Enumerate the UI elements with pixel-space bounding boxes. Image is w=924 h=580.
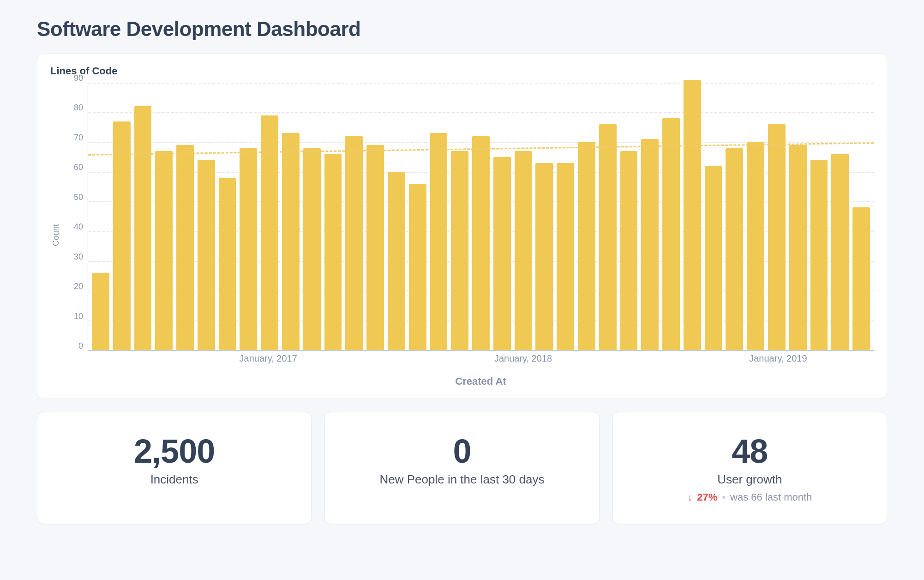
- chart-bar[interactable]: [641, 139, 659, 350]
- metric-value: 2,500: [47, 435, 302, 468]
- metric-caption: Incidents: [47, 472, 302, 487]
- chart-bar[interactable]: [599, 124, 617, 350]
- chart-bar[interactable]: [515, 151, 532, 350]
- chart-xtick: January, 2018: [494, 353, 552, 364]
- chart-xlabel: Created At: [88, 375, 874, 387]
- chart-bar[interactable]: [324, 154, 342, 350]
- chart-title: Lines of Code: [50, 65, 874, 77]
- metric-tile: 48User growth↓27%•was 66 last month: [612, 412, 887, 524]
- tiles-row: 2,500Incidents0New People in the last 30…: [37, 412, 887, 524]
- chart-bar[interactable]: [472, 136, 490, 350]
- dot-separator-icon: •: [722, 491, 726, 503]
- chart-bar[interactable]: [578, 142, 595, 350]
- metric-delta-previous-value: was 66: [730, 491, 762, 503]
- chart-yaxis: 9080706050403020100: [62, 83, 88, 350]
- chart-bars: [88, 83, 874, 350]
- metric-caption: New People in the last 30 days: [334, 472, 589, 487]
- chart-bar[interactable]: [831, 154, 849, 350]
- chart-bar[interactable]: [176, 145, 194, 350]
- chart-bar[interactable]: [451, 151, 468, 350]
- chart-bar[interactable]: [409, 184, 426, 350]
- chart-bar[interactable]: [662, 118, 680, 350]
- chart-bar[interactable]: [134, 106, 152, 350]
- metric-value: 48: [622, 435, 877, 468]
- chart-bar[interactable]: [366, 145, 384, 350]
- chart-xtick: January, 2017: [240, 353, 297, 364]
- chart-bar[interactable]: [768, 124, 786, 350]
- chart-ylabel: Count: [50, 224, 62, 246]
- chart-bar[interactable]: [92, 273, 109, 350]
- chart-bar[interactable]: [747, 142, 764, 350]
- chart-bar[interactable]: [810, 160, 828, 350]
- chart-xtick: January, 2019: [749, 353, 807, 364]
- metric-caption: User growth: [622, 472, 877, 487]
- chart-bar[interactable]: [705, 166, 722, 350]
- metric-tile: 0New People in the last 30 days: [324, 412, 599, 524]
- arrow-down-icon: ↓: [687, 491, 692, 503]
- chart-bar[interactable]: [113, 121, 131, 350]
- chart-bar[interactable]: [852, 207, 870, 350]
- page-title: Software Development Dashboard: [37, 18, 887, 41]
- chart-xaxis: January, 2017January, 2018January, 2019: [88, 353, 874, 372]
- chart-bar[interactable]: [789, 145, 807, 350]
- chart-bar[interactable]: [620, 151, 638, 350]
- metric-tile: 2,500Incidents: [37, 412, 312, 524]
- chart-bar[interactable]: [430, 133, 448, 350]
- chart-bar[interactable]: [388, 172, 405, 350]
- chart-bar[interactable]: [303, 148, 321, 350]
- metric-value: 0: [334, 435, 589, 468]
- chart-card: Lines of Code Count 9080706050403020100 …: [37, 54, 887, 399]
- chart-bar[interactable]: [557, 163, 574, 350]
- chart-bar[interactable]: [684, 80, 701, 350]
- chart-bar[interactable]: [282, 133, 300, 350]
- chart-bar[interactable]: [261, 115, 278, 350]
- chart-bar[interactable]: [345, 136, 363, 350]
- metric-delta-pct: 27%: [697, 491, 717, 503]
- chart-bar[interactable]: [726, 148, 743, 350]
- chart: Count 9080706050403020100 January, 2017J…: [50, 83, 874, 387]
- chart-bar[interactable]: [493, 157, 511, 350]
- metric-delta-period: last month: [765, 491, 812, 503]
- metric-delta: ↓27%•was 66 last month: [687, 491, 812, 503]
- chart-bar[interactable]: [219, 178, 236, 350]
- chart-plot: [88, 83, 874, 350]
- chart-bar[interactable]: [155, 151, 173, 350]
- chart-bar[interactable]: [535, 163, 553, 350]
- metric-delta-previous: was 66 last month: [730, 491, 812, 503]
- chart-bar[interactable]: [240, 148, 257, 350]
- chart-bar[interactable]: [198, 160, 215, 350]
